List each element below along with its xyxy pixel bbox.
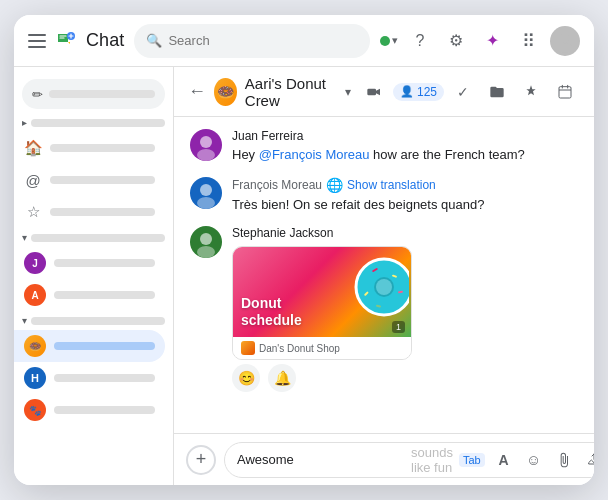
status-chevron: ▾: [392, 34, 398, 47]
edit-icon: ✏: [32, 87, 43, 102]
sidebar-space-h[interactable]: H: [14, 362, 165, 394]
show-translation-link[interactable]: Show translation: [347, 178, 436, 192]
message-content-1: Juan Ferreira Hey @François Moreau how a…: [232, 129, 578, 165]
sender-name-1: Juan Ferreira: [232, 129, 578, 143]
sidebar-item-mentions[interactable]: @: [14, 164, 165, 196]
group-avatar: 🍩: [214, 78, 237, 106]
input-suggestion-text: sounds like fun: [411, 445, 453, 475]
chat-header: ← 🍩 Aari's Donut Crew ▾ 👤 125 ✓: [174, 67, 594, 117]
svg-point-9: [197, 197, 215, 209]
calendar-icon[interactable]: [550, 77, 580, 107]
emoji-icon[interactable]: ☺: [521, 447, 547, 473]
message-content-2: François Moreau 🌐 Show translation Très …: [232, 177, 578, 215]
new-chat-button[interactable]: ✏: [22, 79, 165, 109]
avatar-juan: [190, 129, 222, 161]
svg-point-14: [376, 279, 392, 295]
settings-icon[interactable]: ⚙: [442, 27, 470, 55]
sparkle-icon[interactable]: ✦: [478, 27, 506, 55]
donut-card-title: Donut schedule: [241, 295, 302, 329]
hamburger-icon[interactable]: [28, 34, 46, 48]
message-avatar-2: [190, 177, 222, 209]
avatar-francois: [190, 177, 222, 209]
sender-name-2: François Moreau: [232, 178, 322, 192]
top-bar-left: Chat: [28, 29, 124, 53]
svg-rect-5: [559, 86, 571, 97]
help-icon[interactable]: ?: [406, 27, 434, 55]
at-icon: @: [24, 171, 42, 189]
search-input[interactable]: [168, 33, 358, 48]
top-bar: Chat 🔍 ▾ ? ⚙ ✦ ⠿: [14, 15, 594, 67]
sidebar-section-starred[interactable]: ▸: [14, 113, 173, 132]
card-page-indicator: 1: [392, 321, 405, 333]
space-avatar-donut: 🍩: [24, 335, 46, 357]
svg-point-8: [200, 184, 212, 196]
sender-name-3: Stephanie Jackson: [232, 226, 578, 240]
section-label-bar: [31, 119, 165, 127]
upload-icon[interactable]: [581, 447, 594, 473]
add-button[interactable]: +: [186, 445, 216, 475]
star-icon: ☆: [24, 203, 42, 221]
chevron-down-spaces-icon: ▾: [22, 315, 27, 326]
reaction-icon[interactable]: 😊: [232, 364, 260, 392]
sidebar-dm-item-2[interactable]: A: [14, 279, 165, 311]
sidebar-section-spaces[interactable]: ▾: [14, 311, 173, 330]
app-window: Chat 🔍 ▾ ? ⚙ ✦ ⠿ ✏: [14, 15, 594, 485]
svg-point-10: [200, 233, 212, 245]
attach-icon[interactable]: [551, 447, 577, 473]
sidebar-item-starred[interactable]: ☆: [14, 196, 165, 228]
input-field-wrapper: sounds like fun Tab A ☺ ⊕: [224, 442, 594, 478]
input-icons: A ☺ ⊕: [491, 447, 594, 473]
members-badge[interactable]: 👤 125: [393, 83, 444, 101]
message-content-3: Stephanie Jackson: [232, 226, 578, 392]
sidebar-space-d[interactable]: 🐾: [14, 394, 165, 426]
message-input[interactable]: [237, 452, 405, 467]
translation-row: François Moreau 🌐 Show translation: [232, 177, 578, 193]
reply-icon[interactable]: 🔔: [268, 364, 296, 392]
grid-icon[interactable]: ⠿: [514, 27, 542, 55]
sidebar-space-donut-crew[interactable]: 🍩: [14, 330, 165, 362]
dm-avatar-1: J: [24, 252, 46, 274]
message-group-1: Juan Ferreira Hey @François Moreau how a…: [190, 129, 578, 165]
donut-card-footer: Dan's Donut Shop: [233, 337, 411, 359]
sidebar-item-label-bar: [50, 176, 155, 184]
attachments-row: 😊 🔔: [232, 364, 578, 392]
donut-shop-logo: [241, 341, 255, 355]
message-text-1: Hey @François Moreau how are the French …: [232, 145, 578, 165]
chevron-down-icon: ▾: [22, 232, 27, 243]
app-title: Chat: [86, 30, 124, 51]
search-bar[interactable]: 🔍: [134, 24, 370, 58]
back-button[interactable]: ←: [188, 81, 206, 102]
mention-link[interactable]: @François Moreau: [259, 147, 370, 162]
sidebar: ✏ ▸ 🏠 @ ☆ ▾: [14, 67, 174, 485]
format-text-icon[interactable]: A: [491, 447, 517, 473]
message-group-3: Stephanie Jackson: [190, 226, 578, 392]
sidebar-label-bar: [49, 90, 155, 98]
donut-card-image: Donut schedule 1: [233, 247, 411, 337]
donut-card[interactable]: Donut schedule 1 Dan's Donut Shop: [232, 246, 412, 360]
input-area: + sounds like fun Tab A ☺ ⊕: [174, 433, 594, 485]
svg-point-3: [557, 43, 573, 53]
sidebar-item-label-bar: [50, 208, 155, 216]
space-d-label-bar: [54, 406, 155, 414]
group-name-chevron-icon[interactable]: ▾: [345, 85, 351, 99]
translate-icon: 🌐: [326, 177, 343, 193]
messages-area: Juan Ferreira Hey @François Moreau how a…: [174, 117, 594, 433]
video-call-icon[interactable]: [359, 77, 389, 107]
sidebar-section-dm[interactable]: ▾: [14, 228, 173, 247]
folder-icon[interactable]: [482, 77, 512, 107]
pin-icon[interactable]: [516, 77, 546, 107]
space-avatar-h: H: [24, 367, 46, 389]
sidebar-item-home[interactable]: 🏠: [14, 132, 165, 164]
message-group-2: François Moreau 🌐 Show translation Très …: [190, 177, 578, 215]
top-bar-icons: ▾ ? ⚙ ✦ ⠿: [380, 26, 580, 56]
donut-illustration: [334, 249, 409, 329]
space-avatar-d: 🐾: [24, 399, 46, 421]
avatar-image: [550, 26, 580, 56]
sidebar-dm-item-1[interactable]: J: [14, 247, 165, 279]
tasks-icon[interactable]: ✓: [448, 77, 478, 107]
svg-rect-4: [367, 88, 376, 95]
dm-section-label-bar: [31, 234, 165, 242]
dm-label-1: [54, 259, 155, 267]
user-avatar[interactable]: [550, 26, 580, 56]
home-icon: 🏠: [24, 139, 42, 157]
